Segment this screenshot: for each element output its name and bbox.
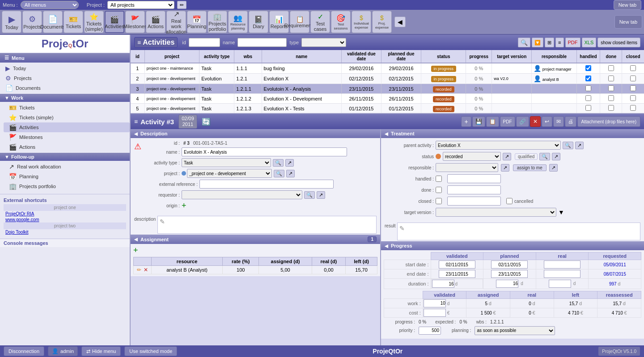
table-row[interactable]: 4 project one - developement Task 1.2.1.… [131,94,644,104]
assign-to-me-btn[interactable]: assign to me [513,164,547,171]
project-form-select[interactable]: _project one - developement [187,169,272,178]
toolbar-btn-tickets-simple[interactable]: ⭐ Tickets (simple) [84,11,104,33]
filter-btn[interactable]: 🔽 [532,38,543,47]
closed-checkbox-5[interactable] [630,105,636,111]
sidebar-item-real-work[interactable]: ↗ Real work allocation [4,162,130,172]
qualified-search-btn[interactable]: 🔍 [539,153,550,160]
sidebar-item-milestones[interactable]: 🚩 Milestones [4,132,130,142]
requestor-select[interactable] [182,190,302,199]
add-detail-btn[interactable]: + [461,116,471,127]
toolbar-btn-today[interactable]: ▶ Today [2,11,21,33]
toolbar-btn-documents[interactable]: 📄 Documents [43,11,63,33]
start-validated-input[interactable] [439,260,475,269]
work-collapse-icon[interactable]: ▼ [4,95,9,101]
progress-toggle-icon[interactable]: ◀ [385,244,388,248]
sidebar-item-documents[interactable]: 📄 Documents [0,83,130,93]
done-form-checkbox[interactable] [436,187,442,193]
project-select[interactable]: All projects [107,1,174,9]
closed-checkbox-3[interactable] [630,85,636,91]
id-search-input[interactable] [189,38,220,47]
search-btn[interactable]: 🔍 [518,38,530,47]
assignment-toggle-icon[interactable]: ◀ [134,237,138,242]
delete-detail-btn[interactable]: ✕ [530,116,541,127]
table-row[interactable]: 1 project one - maintenance Task 1.1.1 b… [131,63,644,74]
add-assignment-btn[interactable]: + [133,246,138,255]
priority-form-input[interactable] [419,327,441,335]
closed-form-checkbox[interactable] [436,198,442,204]
toolbar-btn-tickets[interactable]: 🎫 Tickets [64,11,83,33]
work-validated-input[interactable] [424,299,446,307]
done-checkbox-4[interactable] [608,95,614,101]
toolbar-btn-milestones[interactable]: 🚩 Milestones [125,11,145,33]
parent-search-btn[interactable]: 🔍 [563,142,573,149]
type-search-select[interactable] [301,38,346,47]
link-detail-btn[interactable]: 🔗 [516,116,529,127]
attachment-drop[interactable]: Attachment (drop files here) [577,116,640,127]
toolbar-btn-planning[interactable]: 📅 Planning [187,11,207,33]
toolbar-btn-projects[interactable]: ⚙ Projects [22,11,42,33]
closed-checkbox-4[interactable] [630,95,636,101]
handled-form-checkbox[interactable] [436,176,442,182]
ext-link-google[interactable]: www.google.com [4,217,126,223]
requestor-search-btn[interactable]: 🔍 [304,191,315,199]
project-nav-btn[interactable]: ↗ [286,170,295,177]
responsible-form-select[interactable] [436,163,498,172]
handled-checkbox-2[interactable] [585,76,591,81]
pdf-export-btn[interactable]: PDF [565,38,580,47]
project-search-btn[interactable]: 🔍 [274,170,284,177]
refresh-icon[interactable]: 🔄 [202,118,211,126]
result-text-area[interactable]: ✎ [397,223,640,240]
edit-assignment-icon[interactable]: ✏ [137,267,141,273]
handled-checkbox-1[interactable] [585,65,591,71]
new-tab-btn[interactable]: New tab [614,0,641,10]
planning-form-select[interactable]: as soon as possible [475,326,555,335]
all-menus-select[interactable]: All menus [21,1,79,9]
print-detail-btn[interactable]: 🖨 [565,116,576,127]
target-version-select[interactable] [436,208,556,217]
qualified-nav-btn[interactable]: ↗ [552,153,560,160]
type-form-select[interactable]: Task [182,158,271,167]
toolbar-btn-test-cases[interactable]: ✓ Test cases [310,11,330,33]
columns-btn[interactable]: ⊞ [545,38,554,47]
sidebar-item-activities[interactable]: 🎬 Activities [4,122,130,132]
handled-checkbox-5[interactable] [585,105,591,111]
end-validated-input[interactable] [439,270,475,278]
sidebar-item-tickets-simple[interactable]: ⭐ Tickets (simple) [4,113,130,122]
email-detail-btn[interactable]: ✉ [553,116,564,127]
toolbar-btn-test-sessions[interactable]: 🎯 Test sessions [331,11,351,33]
sidebar-item-projects[interactable]: ⚙ Projects [0,73,130,83]
dur-validated-input[interactable] [432,280,454,288]
delete-assignment-icon[interactable]: ✕ [144,267,148,273]
edit-project-btn[interactable]: ✏ [177,1,186,9]
done-checkbox-2[interactable] [608,76,614,81]
copy-detail-btn[interactable]: 📋 [486,116,499,127]
switched-mode-btn[interactable]: Use switched mode [124,346,177,356]
handled-checkbox-3[interactable] [585,85,591,91]
done-checkbox-1[interactable] [608,65,614,71]
list-btn[interactable]: ≡ [555,38,564,47]
start-planned-input[interactable] [491,260,528,269]
closed-checkbox-2[interactable] [630,76,636,81]
toolbar-btn-expense[interactable]: $ Individual expense [352,11,371,33]
excel-export-btn[interactable]: XLS [582,38,597,47]
handled-checkbox-4[interactable] [585,95,591,101]
status-nav-icon[interactable]: ↗ [503,153,511,160]
undo-detail-btn[interactable]: ↩ [542,116,552,127]
disconnection-btn[interactable]: Disconnection [4,346,44,356]
ext-link-dojo[interactable]: Dojo Toolkit [4,229,126,235]
closed-date-input[interactable] [447,197,501,206]
toolbar-btn-actions[interactable]: 🎬 Actions [146,11,165,33]
toolbar-btn-activities[interactable]: 🎬 Activities [105,11,124,33]
add-origin-btn[interactable]: + [182,201,186,210]
save-detail-btn[interactable]: 💾 [472,116,485,127]
assign-to-me-nav-btn[interactable]: ↗ [549,164,558,172]
toolbar-btn-requirements[interactable]: 📋 Requirements [290,11,309,33]
description-text-area[interactable]: ✎ [157,216,377,234]
closed-checkbox-1[interactable] [630,65,636,71]
name-search-input[interactable] [237,38,287,47]
toolbar-btn-reports[interactable]: 📊 Reports [269,11,289,33]
new-tab-toolbar-btn[interactable]: New tab [614,15,642,29]
toolbar-btn-proj-expense[interactable]: $ Proj. expense [372,11,392,33]
sidebar-item-today[interactable]: ▶ Today [0,63,130,73]
pdf-detail-btn[interactable]: PDF [500,116,515,127]
